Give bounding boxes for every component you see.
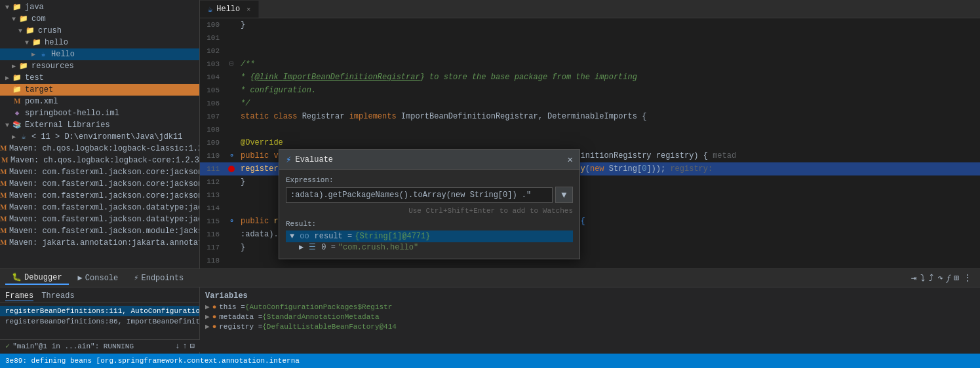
expression-input-row: ▼: [286, 187, 573, 203]
sidebar-item-label-jakarta: Maven: jakarta.annotation:jakarta.annota…: [9, 238, 200, 248]
modal-title: ⚡ Evaluate: [286, 154, 333, 165]
line-content-103: /**: [238, 58, 980, 71]
tab-endpoints[interactable]: ⚡ Endpoints: [127, 272, 190, 284]
debug-arrow-110: ⚬: [229, 149, 235, 162]
expand-arrow-jdk[interactable]: ▶: [9, 133, 18, 141]
line-content-104: * {@link ImportBeanDefinitionRegistrar} …: [238, 71, 980, 84]
frame-item-0[interactable]: registerBeanDefinitions:111, AutoConfigu…: [0, 306, 199, 316]
line-number-105: 105: [200, 84, 225, 97]
sidebar-item-hello[interactable]: ▼ 📁 hello: [0, 37, 199, 48]
sidebar-item-jakarta[interactable]: 𝐌 Maven: jakarta.annotation:jakarta.anno…: [0, 237, 199, 249]
step-over-icon[interactable]: ⇥: [911, 272, 916, 284]
expand-arrow-crush[interactable]: ▼: [16, 28, 25, 35]
sidebar-item-jackson-annotations[interactable]: 𝐌 Maven: com.fasterxml.jackson.core:jack…: [0, 166, 199, 178]
sidebar-item-jackson-databind[interactable]: 𝐌 Maven: com.fasterxml.jackson.core:jack…: [0, 190, 199, 202]
var-item-metadata[interactable]: ▶ ● metadata = {StandardAnnotationMetada…: [203, 312, 977, 322]
result-text: result =: [315, 232, 353, 241]
gutter-103: ⊟: [225, 58, 238, 71]
status-bar: 3e89: defining beans [org.springframewor…: [0, 354, 980, 368]
line-number-107: 107: [200, 110, 225, 123]
var-arrow-metadata: ▶: [205, 312, 210, 321]
modal-header: ⚡ Evaluate ✕: [279, 150, 579, 170]
sidebar-item-test[interactable]: ▶ 📁 test: [0, 72, 199, 84]
expand-arrow-test[interactable]: ▶: [3, 74, 12, 82]
sidebar-item-label-crush: crush: [38, 26, 62, 35]
expand-arrow-hello[interactable]: ▼: [22, 39, 31, 46]
line-number-118: 118: [200, 254, 225, 267]
sidebar-item-jdk[interactable]: ▶ ☕ < 11 > D:\environment\Java\jdk11: [0, 131, 199, 143]
expression-dropdown[interactable]: ▼: [555, 187, 573, 203]
folder-icon-com: 📁: [18, 14, 29, 24]
sidebar-item-Hello-class[interactable]: ▶ ☕ Hello: [0, 48, 199, 60]
expand-arrow-ext-libs[interactable]: ▼: [3, 122, 12, 129]
expression-input[interactable]: [286, 187, 553, 203]
sidebar-item-iml[interactable]: ◆ springboot-hello.iml: [0, 107, 199, 119]
sidebar-item-external-libs[interactable]: ▼ 📚 External Libraries: [0, 119, 199, 131]
code-line-100: 100 }: [200, 18, 980, 31]
line-number-108: 108: [200, 123, 225, 136]
code-line-106: 106 */: [200, 97, 980, 110]
tab-console[interactable]: ▶ Console: [71, 272, 125, 284]
bottom-tab-bar: 🐛 Debugger ▶ Console ⚡ Endpoints ⇥ ⤵ ⤴ ↷…: [0, 269, 980, 287]
evaluate-icon: ⚡: [286, 154, 291, 165]
variables-section: Variables ▶ ● this = {AutoConfigurationP…: [200, 287, 980, 354]
frames-tab-bar: Frames Threads: [0, 290, 199, 303]
sidebar-item-jackson-module[interactable]: 𝐌 Maven: com.fasterxml.jackson.module:ja…: [0, 225, 199, 237]
editor-tab-hello[interactable]: ☕ Hello ✕: [200, 1, 259, 18]
threads-tab[interactable]: Threads: [41, 291, 74, 301]
expand-arrow-com[interactable]: ▼: [9, 16, 18, 23]
code-line-102: 102: [200, 45, 980, 58]
step-down-icon[interactable]: ↓: [175, 342, 180, 351]
step-into-icon[interactable]: ⤵: [920, 273, 925, 284]
sidebar-item-label-iml: springboot-hello.iml: [25, 109, 119, 118]
var-item-registry[interactable]: ▶ ● registry = {DefaultListableBeanFacto…: [203, 322, 977, 331]
tab-endpoints-label: Endpoints: [142, 274, 184, 283]
sidebar-item-logback-core[interactable]: 𝐌 Maven: ch.qos.logback:logback-core:1.2…: [0, 155, 199, 166]
sidebar-item-pom[interactable]: 𝐌 pom.xml: [0, 96, 199, 107]
sidebar-item-jackson-core[interactable]: 𝐌 Maven: com.fasterxml.jackson.core:jack…: [0, 178, 199, 190]
evaluate-icon[interactable]: 𝑓: [947, 273, 950, 284]
line-number-109: 109: [200, 136, 225, 149]
maven-icon-7: 𝐌: [0, 214, 7, 225]
sidebar-item-crush[interactable]: ▼ 📁 crush: [0, 25, 199, 37]
var-item-this[interactable]: ▶ ● this = {AutoConfigurationPackages$Re…: [203, 302, 977, 312]
tab-debugger[interactable]: 🐛 Debugger: [5, 271, 69, 285]
sidebar-item-label-jackson-annotations: Maven: com.fasterxml.jackson.core:jackso…: [9, 168, 200, 177]
frames-tab[interactable]: Frames: [5, 291, 33, 301]
result-sub-item[interactable]: ▶ ☰ 0 = "com.crush.hello": [286, 242, 573, 252]
frame-item-1[interactable]: registerBeanDefinitions:86, ImportBeanDe…: [0, 316, 199, 327]
folder-icon-java: 📁: [12, 2, 22, 12]
filter-icon[interactable]: ⊟: [190, 341, 195, 351]
editor-tab-bar: ☕ Hello ✕: [200, 0, 980, 18]
sidebar-item-jackson-jsr310[interactable]: 𝐌 Maven: com.fasterxml.jackson.datatype:…: [0, 213, 199, 225]
expand-arrow-Hello-class[interactable]: ▶: [29, 50, 38, 58]
editor-tab-close[interactable]: ✕: [246, 5, 250, 13]
var-name-this: this =: [219, 303, 245, 311]
expand-arrow-java[interactable]: ▼: [3, 4, 12, 11]
sidebar-item-com[interactable]: ▼ 📁 com: [0, 13, 199, 25]
breakpoint-111: [228, 166, 235, 172]
sidebar-item-label-ext-libs: External Libraries: [25, 120, 110, 130]
result-item-main[interactable]: ▼ oo result = {String[1]@4771}: [286, 230, 573, 242]
run-to-cursor-icon[interactable]: ↷: [937, 272, 943, 284]
step-up-icon[interactable]: ↑: [183, 342, 187, 351]
sidebar-item-label-jackson-core: Maven: com.fasterxml.jackson.core:jackso…: [9, 179, 200, 189]
folder-icon-hello: 📁: [31, 37, 42, 48]
sidebar-item-target[interactable]: 📁 target: [0, 84, 199, 96]
maven-icon-5: 𝐌: [0, 191, 7, 201]
sidebar-item-logback-classic[interactable]: 𝐌 Maven: ch.qos.logback:logback-classic:…: [0, 143, 199, 155]
sidebar-item-resources[interactable]: ▶ 📁 resources: [0, 60, 199, 72]
grid-icon[interactable]: ⊞: [954, 272, 959, 284]
var-icon-metadata: ●: [212, 313, 217, 321]
var-icon-registry: ●: [212, 323, 217, 331]
step-out-icon[interactable]: ⤴: [929, 273, 933, 284]
java-icon: ☕: [38, 49, 49, 60]
sidebar-item-java[interactable]: ▼ 📁 java: [0, 1, 199, 13]
endpoints-icon: ⚡: [134, 273, 138, 283]
tab-debugger-label: Debugger: [24, 273, 62, 282]
sidebar-item-jackson-jdk8[interactable]: 𝐌 Maven: com.fasterxml.jackson.datatype:…: [0, 202, 199, 213]
more-icon[interactable]: ⋮: [963, 272, 972, 284]
modal-close-button[interactable]: ✕: [568, 154, 573, 165]
expand-arrow-resources[interactable]: ▶: [9, 62, 18, 70]
result-sub-text: 0 =: [321, 243, 336, 252]
